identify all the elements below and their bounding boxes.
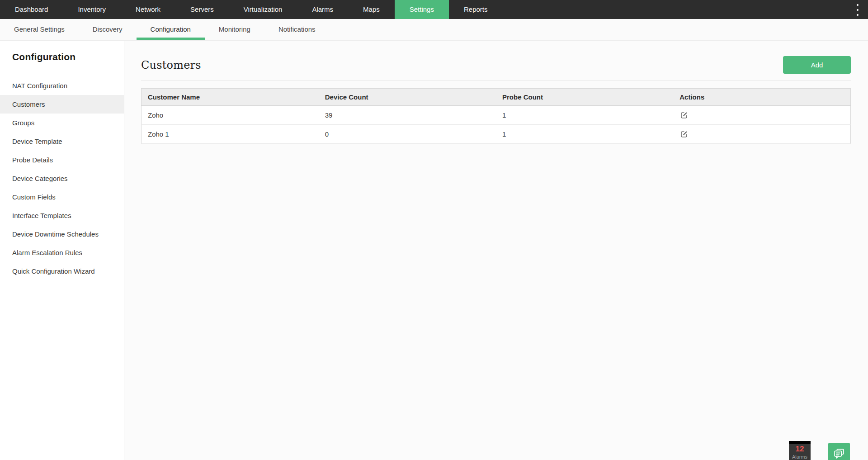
sidebar-item-interface-templates[interactable]: Interface Templates <box>0 206 124 225</box>
sidebar-item-nat-configuration[interactable]: NAT Configuration <box>0 76 124 95</box>
add-customer-button[interactable]: Add <box>783 56 851 74</box>
nav-item-virtualization[interactable]: Virtualization <box>229 0 297 19</box>
nav-item-network[interactable]: Network <box>121 0 175 19</box>
nav-item-reports[interactable]: Reports <box>449 0 503 19</box>
nav-item-dashboard[interactable]: Dashboard <box>0 0 63 19</box>
cell-customer-name: Zoho <box>142 106 319 125</box>
nav-item-servers[interactable]: Servers <box>175 0 229 19</box>
chat-widget[interactable] <box>828 443 850 460</box>
cell-actions <box>673 125 850 144</box>
column-device-count: Device Count <box>319 89 496 106</box>
top-navigation: Dashboard Inventory Network Servers Virt… <box>0 0 868 19</box>
sidebar-item-custom-fields[interactable]: Custom Fields <box>0 188 124 206</box>
alarms-widget[interactable]: 12 Alarms <box>789 441 811 460</box>
subtab-discovery[interactable]: Discovery <box>79 19 137 40</box>
column-customer-name: Customer Name <box>142 89 319 106</box>
nav-item-alarms[interactable]: Alarms <box>297 0 348 19</box>
sidebar-item-device-categories[interactable]: Device Categories <box>0 169 124 188</box>
sub-nav-list: General Settings Discovery Configuration… <box>0 19 330 40</box>
sidebar-item-device-template[interactable]: Device Template <box>0 132 124 151</box>
sidebar-list: NAT Configuration Customers Groups Devic… <box>0 76 124 280</box>
table-row: Zoho 1 0 1 <box>142 125 851 144</box>
edit-icon[interactable] <box>679 130 689 139</box>
sidebar-item-groups[interactable]: Groups <box>0 114 124 132</box>
table-row: Zoho 39 1 <box>142 106 851 125</box>
settings-sub-navigation: General Settings Discovery Configuration… <box>0 19 868 41</box>
subtab-configuration[interactable]: Configuration <box>137 19 205 40</box>
top-nav-list: Dashboard Inventory Network Servers Virt… <box>0 0 503 19</box>
sidebar-item-device-downtime-schedules[interactable]: Device Downtime Schedules <box>0 225 124 243</box>
cell-probe-count: 1 <box>496 125 673 144</box>
cell-customer-name: Zoho 1 <box>142 125 319 144</box>
sidebar-item-probe-details[interactable]: Probe Details <box>0 151 124 169</box>
nav-item-maps[interactable]: Maps <box>348 0 395 19</box>
customers-panel: Customers Add Customer Name Device Count… <box>124 41 868 460</box>
subtab-general-settings[interactable]: General Settings <box>0 19 79 40</box>
title-divider <box>141 81 851 81</box>
alarm-label: Alarms <box>789 454 811 460</box>
cell-device-count: 39 <box>319 106 496 125</box>
column-probe-count: Probe Count <box>496 89 673 106</box>
edit-icon[interactable] <box>679 111 689 120</box>
cell-device-count: 0 <box>319 125 496 144</box>
subtab-monitoring[interactable]: Monitoring <box>205 19 264 40</box>
configuration-sidebar: Configuration NAT Configuration Customer… <box>0 41 124 460</box>
table-header-row: Customer Name Device Count Probe Count A… <box>142 89 851 106</box>
chat-bubbles-icon <box>833 447 845 460</box>
cell-actions <box>673 106 850 125</box>
sidebar-item-customers[interactable]: Customers <box>0 95 124 114</box>
customers-table: Customer Name Device Count Probe Count A… <box>141 88 851 144</box>
page-title: Customers <box>141 59 201 71</box>
sidebar-item-quick-configuration-wizard[interactable]: Quick Configuration Wizard <box>0 262 124 280</box>
cell-probe-count: 1 <box>496 106 673 125</box>
sidebar-title: Configuration <box>0 52 124 62</box>
nav-item-settings[interactable]: Settings <box>395 0 449 19</box>
sidebar-item-alarm-escalation-rules[interactable]: Alarm Escalation Rules <box>0 243 124 262</box>
column-actions: Actions <box>673 89 850 106</box>
alarm-count-badge: 12 <box>789 445 811 454</box>
subtab-notifications[interactable]: Notifications <box>264 19 330 40</box>
nav-item-inventory[interactable]: Inventory <box>63 0 121 19</box>
kebab-menu-icon[interactable] <box>854 4 861 16</box>
